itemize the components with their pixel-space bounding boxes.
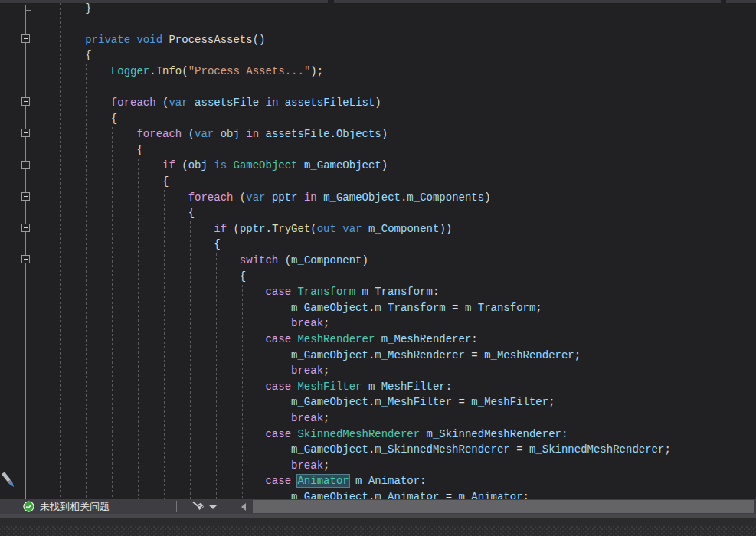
code-token — [34, 128, 136, 140]
fold-collapse-button[interactable] — [21, 224, 30, 232]
code-line[interactable]: { — [34, 142, 671, 159]
code-token: obj — [221, 128, 240, 140]
code-token — [362, 223, 368, 235]
code-token: ) — [381, 128, 388, 140]
code-line[interactable]: foreach (var assetsFile in assetsFileLis… — [34, 95, 671, 111]
code-line[interactable]: { — [34, 47, 671, 64]
dotted-texture — [0, 525, 756, 536]
code-token: void — [136, 34, 162, 46]
code-line[interactable]: { — [34, 269, 671, 285]
code-token — [34, 459, 291, 472]
code-line[interactable]: foreach (var pptr in m_GameObject.m_Comp… — [34, 190, 671, 206]
highlighted-symbol: Animator — [297, 475, 349, 487]
code-line[interactable]: break; — [34, 315, 671, 332]
horizontal-scrollbar-thumb[interactable] — [253, 500, 754, 513]
code-token — [34, 223, 214, 235]
code-token — [34, 302, 291, 314]
code-token — [34, 381, 265, 393]
code-token: assetsFileList — [285, 96, 375, 109]
code-line[interactable]: if (obj is GameObject m_GameObject) — [34, 158, 671, 174]
code-token — [34, 317, 291, 329]
code-token — [34, 364, 291, 377]
code-token — [278, 96, 284, 109]
code-token: { — [34, 49, 92, 61]
code-token: . — [149, 65, 155, 77]
code-line[interactable]: break; — [34, 363, 671, 379]
code-line[interactable]: m_GameObject.m_MeshRenderer = m_MeshRend… — [34, 348, 671, 364]
code-token: in — [304, 191, 317, 204]
code-token — [298, 159, 304, 172]
code-token: ProcessAssets() — [162, 34, 265, 46]
code-token: break — [291, 317, 323, 329]
code-token: Objects — [336, 128, 381, 140]
code-token: = — [439, 491, 458, 499]
code-token: m_Animator — [375, 491, 439, 499]
fold-collapse-button[interactable] — [21, 129, 30, 137]
fold-collapse-button[interactable] — [21, 34, 30, 43]
code-token: } — [34, 2, 92, 15]
code-token: { — [34, 144, 143, 156]
code-line[interactable]: case MeshRenderer m_MeshRenderer: — [34, 332, 671, 348]
code-line[interactable]: if (pptr.TryGet(out var m_Component)) — [34, 221, 671, 237]
code-line[interactable]: Logger.Info("Process Assets..."); — [34, 64, 671, 80]
fold-collapse-button[interactable] — [21, 161, 30, 169]
code-token: Transform — [297, 286, 355, 298]
code-token: ; — [323, 459, 329, 472]
code-token: m_Component — [291, 254, 362, 266]
code-line[interactable]: case Transform m_Transform: — [34, 284, 671, 300]
code-line[interactable]: private void ProcessAssets() — [34, 32, 671, 48]
fold-collapse-button[interactable] — [21, 97, 30, 106]
code-line[interactable]: { — [34, 111, 671, 127]
code-line[interactable] — [34, 16, 671, 32]
code-line[interactable]: break; — [34, 458, 671, 474]
code-line[interactable]: case Animator m_Animator: — [34, 473, 671, 489]
top-border — [0, 0, 328, 3]
code-token: m_GameObject — [291, 302, 368, 314]
code-line[interactable] — [34, 79, 671, 95]
code-cleanup-broom-icon[interactable] — [191, 500, 205, 513]
code-token — [34, 396, 291, 408]
code-token: ( — [182, 65, 188, 77]
code-token: ; — [574, 349, 581, 361]
code-token — [259, 96, 265, 109]
code-token: ; — [323, 412, 329, 424]
code-token: : — [446, 381, 452, 393]
code-token: m_Components — [407, 191, 484, 204]
code-line[interactable]: switch (m_Component) — [34, 253, 671, 269]
code-line[interactable]: m_GameObject.m_Transform = m_Transform; — [34, 300, 671, 316]
fold-collapse-button[interactable] — [21, 192, 30, 201]
code-token — [34, 96, 111, 109]
code-token: private — [85, 34, 130, 46]
code-line[interactable]: foreach (var obj in assetsFile.Objects) — [34, 126, 671, 142]
code-line[interactable]: { — [34, 174, 671, 190]
code-line[interactable]: { — [34, 205, 671, 221]
code-token: { — [34, 113, 117, 125]
code-token: m_GameObject — [304, 159, 381, 172]
code-line[interactable]: m_GameObject.m_SkinnedMeshRenderer = m_S… — [34, 442, 671, 458]
code-line[interactable]: case MeshFilter m_MeshFilter: — [34, 379, 671, 395]
code-token — [375, 333, 381, 345]
code-line[interactable]: m_GameObject.m_Animator = m_Animator; — [34, 489, 671, 499]
code-token: is — [214, 159, 227, 172]
code-line[interactable]: break; — [34, 410, 671, 427]
code-token: if — [214, 223, 227, 235]
pen-icon[interactable] — [1, 467, 18, 495]
scroll-left-button[interactable] — [241, 503, 246, 511]
code-line[interactable]: { — [34, 237, 671, 253]
code-line[interactable]: m_GameObject.m_MeshFilter = m_MeshFilter… — [34, 394, 671, 410]
code-token — [355, 286, 362, 298]
code-token — [298, 191, 304, 204]
code-token: foreach — [111, 96, 156, 109]
code-line[interactable]: case SkinnedMeshRenderer m_SkinnedMeshRe… — [34, 427, 671, 443]
code-token — [34, 443, 291, 456]
code-token — [349, 475, 355, 487]
code-token: m_GameObject — [291, 491, 368, 499]
code-token: { — [34, 238, 221, 250]
code-editor[interactable]: } private void ProcessAssets() { Logger.… — [0, 0, 756, 499]
code-token: if — [162, 159, 175, 172]
code-token: . — [330, 128, 336, 140]
fold-collapse-button[interactable] — [21, 255, 30, 263]
code-token: m_SkinnedMeshRenderer — [529, 443, 664, 456]
chevron-down-icon[interactable] — [209, 505, 217, 509]
code-token: var — [246, 191, 265, 204]
